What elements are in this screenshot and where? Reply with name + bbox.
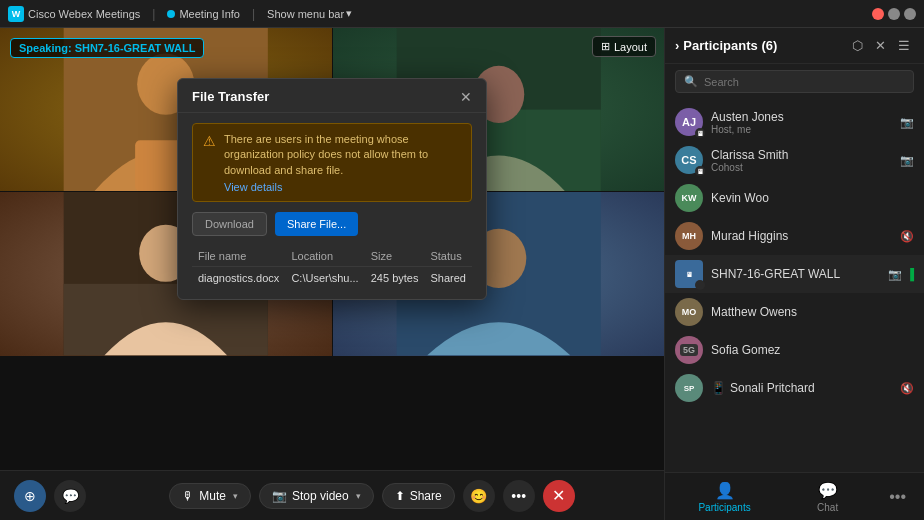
layout-button[interactable]: ⊞ Layout: [592, 36, 656, 57]
5g-badge: 5G: [680, 344, 698, 356]
dialog-close-button[interactable]: ✕: [460, 90, 472, 104]
participants-list: AJ 🖥 Austen Jones Host, me 📷 CS 🖥 Claris…: [665, 99, 924, 472]
avatar-murad: MH: [675, 222, 703, 250]
avatar-matthew: MO: [675, 298, 703, 326]
dialog-container: File Transfer ✕ ⚠ There are users in the…: [177, 78, 487, 300]
file-table: File name Location Size Status diagnosti…: [192, 246, 472, 289]
participants-tab-icon: 👤: [715, 481, 735, 500]
chat-icon: 💬: [62, 488, 79, 504]
participant-item-sofia[interactable]: 5G Sofia Gomez: [665, 331, 924, 369]
participant-item-sonali[interactable]: SP 📱 Sonali Pritchard 🔇: [665, 369, 924, 407]
separator2: |: [252, 7, 255, 21]
titlebar: W Cisco Webex Meetings | Meeting Info | …: [0, 0, 924, 28]
video-area: Speaking: SHN7-16-GREAT WALL ⊞ Layout: [0, 28, 664, 520]
app-logo: W Cisco Webex Meetings: [8, 6, 140, 22]
end-call-button[interactable]: ✕: [543, 480, 575, 512]
participant-icons-shn7: 📷 ▐: [888, 268, 914, 281]
view-details-link[interactable]: View details: [224, 181, 461, 193]
share-button[interactable]: ⬆ Share: [382, 483, 455, 509]
more-tabs-icon: •••: [889, 488, 906, 505]
download-button[interactable]: Download: [192, 212, 267, 236]
mute-chevron: ▾: [233, 491, 238, 501]
participant-item-clarissa[interactable]: CS 🖥 Clarissa Smith Cohost 📷: [665, 141, 924, 179]
avatar-austen: AJ 🖥: [675, 108, 703, 136]
close-panel-button[interactable]: ✕: [871, 36, 890, 55]
participant-name-murad: Murad Higgins: [711, 229, 892, 243]
participant-info-matthew: Matthew Owens: [711, 305, 906, 319]
more-tabs-button[interactable]: •••: [881, 484, 914, 510]
pop-out-button[interactable]: ⬡: [848, 36, 867, 55]
participant-item-murad[interactable]: MH Murad Higgins 🔇: [665, 217, 924, 255]
tab-participants[interactable]: 👤 Participants: [675, 477, 774, 517]
more-options-button[interactable]: •••: [503, 480, 535, 512]
camera-icon: 📷: [272, 489, 287, 503]
video-chevron: ▾: [356, 491, 361, 501]
participants-tab-label: Participants: [698, 502, 750, 513]
speaking-name: SHN7-16-GREAT WALL: [75, 42, 196, 54]
maximize-icon[interactable]: [904, 8, 916, 20]
warning-text: There are users in the meeting whose org…: [224, 133, 428, 176]
participant-name-austen: Austen Jones: [711, 110, 892, 124]
participant-item-austen[interactable]: AJ 🖥 Austen Jones Host, me 📷: [665, 103, 924, 141]
show-menu-btn[interactable]: Show menu bar ▾: [267, 7, 352, 20]
participant-item-shn7[interactable]: 🖥 SHN7-16-GREAT WALL 📷 ▐: [665, 255, 924, 293]
participant-item-kevin[interactable]: KW Kevin Woo: [665, 179, 924, 217]
file-name: diagnostics.docx: [192, 267, 285, 290]
mute-label: Mute: [199, 489, 226, 503]
phone-icon-sonali: 📱: [711, 381, 726, 395]
phone-end-icon: ✕: [552, 486, 565, 505]
window-controls: [872, 8, 916, 20]
tab-chat[interactable]: 💬 Chat: [778, 477, 877, 517]
reactions-button[interactable]: 😊: [463, 480, 495, 512]
avatar-sonali: SP: [675, 374, 703, 402]
participant-name-clarissa: Clarissa Smith: [711, 148, 892, 162]
app-name: Cisco Webex Meetings: [28, 8, 140, 20]
participant-icons-sonali: 🔇: [900, 382, 914, 395]
chevron-down-icon: ▾: [346, 7, 352, 20]
participant-info-austen: Austen Jones Host, me: [711, 110, 892, 135]
show-menu-label: Show menu bar: [267, 8, 344, 20]
participant-icons-austen: 📷: [900, 116, 914, 129]
warning-box: ⚠ There are users in the meeting whose o…: [192, 123, 472, 202]
screen-share-icon-shn7: [695, 280, 705, 290]
minimize-icon[interactable]: [888, 8, 900, 20]
participant-info-shn7: SHN7-16-GREAT WALL: [711, 267, 880, 281]
mic-icon: 🎙: [182, 489, 194, 503]
participant-name-matthew: Matthew Owens: [711, 305, 906, 319]
file-transfer-dialog: File Transfer ✕ ⚠ There are users in the…: [177, 78, 487, 300]
meeting-info-btn[interactable]: Meeting Info: [167, 8, 240, 20]
camera-icon-austen: 📷: [900, 116, 914, 129]
speaking-badge: Speaking: SHN7-16-GREAT WALL: [10, 38, 204, 58]
participant-role-clarissa: Cohost: [711, 162, 892, 173]
separator: |: [152, 7, 155, 21]
search-input[interactable]: [704, 76, 905, 88]
panel-header-actions: ⬡ ✕ ☰: [848, 36, 914, 55]
dialog-actions: Download Share File...: [192, 212, 472, 236]
emoji-icon: 😊: [470, 488, 487, 504]
file-row: diagnostics.docx C:\User\shu... 245 byte…: [192, 267, 472, 290]
participant-name-kevin: Kevin Woo: [711, 191, 906, 205]
share-file-button[interactable]: Share File...: [275, 212, 358, 236]
screen-share-icon-clarissa: 🖥: [695, 166, 705, 176]
stop-video-label: Stop video: [292, 489, 349, 503]
camera-icon-shn7: 📷: [888, 268, 902, 281]
participant-info-sofia: Sofia Gomez: [711, 343, 914, 357]
mute-button[interactable]: 🎙 Mute ▾: [169, 483, 251, 509]
home-icon: ⊕: [24, 488, 36, 504]
webex-logo-icon: W: [8, 6, 24, 22]
participant-info-clarissa: Clarissa Smith Cohost: [711, 148, 892, 173]
stop-video-button[interactable]: 📷 Stop video ▾: [259, 483, 374, 509]
toolbar-center: 🎙 Mute ▾ 📷 Stop video ▾ ⬆ Share 😊 •: [94, 480, 650, 512]
screen-share-icon: 🖥: [695, 128, 705, 138]
camera-icon-clarissa: 📷: [900, 154, 914, 167]
close-icon[interactable]: [872, 8, 884, 20]
panel-header: › Participants (6) ⬡ ✕ ☰: [665, 28, 924, 64]
chat-tab-icon: 💬: [818, 481, 838, 500]
webex-home-button[interactable]: ⊕: [14, 480, 46, 512]
mic-muted-icon-murad: 🔇: [900, 230, 914, 243]
chat-panel-button[interactable]: 💬: [54, 480, 86, 512]
warning-content: There are users in the meeting whose org…: [224, 132, 461, 193]
participant-item-matthew[interactable]: MO Matthew Owens: [665, 293, 924, 331]
panel-menu-button[interactable]: ☰: [894, 36, 914, 55]
avatar-kevin: KW: [675, 184, 703, 212]
